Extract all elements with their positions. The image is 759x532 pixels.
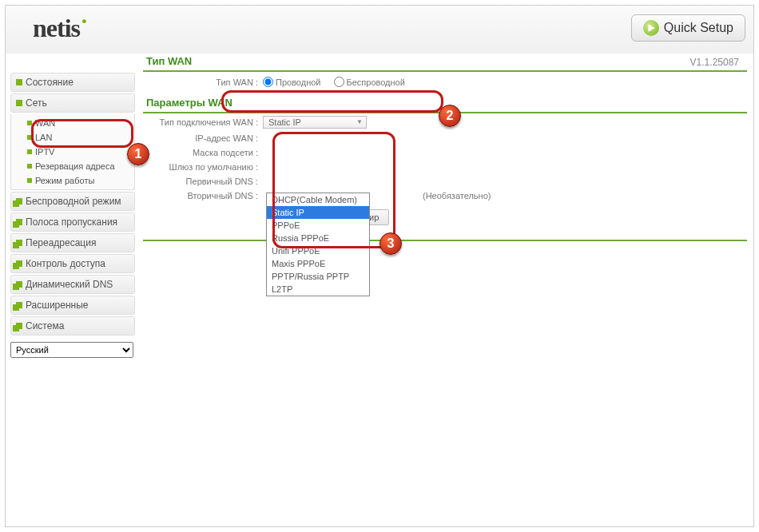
annotation-badge-3: 3: [380, 232, 402, 255]
radio-wireless[interactable]: Беспроводной: [334, 77, 405, 87]
logo: netis˙: [14, 14, 88, 43]
gateway-label: Шлюз по умолчанию :: [143, 162, 263, 172]
sidebar: Состояние Сеть WAN LAN IPTV Резервация а…: [6, 50, 140, 526]
dropdown-item[interactable]: PPTP/Russia PPTP: [267, 270, 369, 283]
sidebar-child-reservation[interactable]: Резервация адреса: [11, 159, 134, 173]
dropdown-item[interactable]: Maxis PPPoE: [267, 257, 369, 270]
conn-type-dropdown[interactable]: DHCP(Cable Modem)Static IPPPPoERussia PP…: [266, 193, 370, 296]
sidebar-item-forwarding[interactable]: Переадресация: [10, 233, 135, 252]
sidebar-item-status[interactable]: Состояние: [10, 73, 135, 92]
sidebar-item-bandwidth[interactable]: Полоса пропускания: [10, 212, 135, 232]
dropdown-item[interactable]: Static IP: [267, 206, 369, 219]
dropdown-item[interactable]: L2TP: [267, 283, 369, 296]
sidebar-child-mode[interactable]: Режим работы: [11, 173, 134, 188]
radio-wired[interactable]: Проводной: [263, 77, 321, 87]
mask-label: Маска подсети :: [143, 148, 263, 157]
sidebar-item-advanced[interactable]: Расширенные: [10, 296, 135, 315]
annotation-badge-2: 2: [439, 105, 461, 127]
conn-type-select[interactable]: Static IP: [263, 116, 367, 129]
language-select[interactable]: Русский: [10, 342, 133, 358]
sidebar-child-lan[interactable]: LAN: [11, 130, 134, 145]
version-text: V1.1.25087: [690, 57, 739, 68]
sidebar-item-access[interactable]: Контроль доступа: [10, 254, 135, 273]
sidebar-item-ddns[interactable]: Динамический DNS: [10, 275, 135, 294]
dropdown-item[interactable]: Russia PPPoE: [267, 232, 369, 244]
dropdown-item[interactable]: Unifi PPPoE: [267, 244, 369, 257]
annotation-badge-1: 1: [127, 143, 149, 165]
wan-type-label: Тип WAN :: [143, 77, 263, 87]
conn-type-label: Тип подключения WAN :: [143, 117, 263, 127]
header: netis˙ Quick Setup: [6, 6, 753, 50]
sidebar-item-wireless[interactable]: Беспроводной режим: [10, 192, 135, 211]
dropdown-item[interactable]: PPPoE: [267, 219, 369, 232]
quick-setup-label: Quick Setup: [664, 21, 733, 35]
sidebar-child-wan[interactable]: WAN: [11, 116, 134, 130]
sidebar-item-network[interactable]: Сеть: [10, 93, 135, 113]
dropdown-item[interactable]: DHCP(Cable Modem): [267, 193, 369, 206]
sidebar-item-system[interactable]: Система: [10, 316, 135, 335]
radio-wired-input[interactable]: [263, 77, 273, 87]
dns2-label: Вторичный DNS :: [143, 191, 263, 200]
sidebar-children-network: WAN LAN IPTV Резервация адреса Режим раб…: [10, 114, 135, 190]
sidebar-child-iptv[interactable]: IPTV: [11, 145, 134, 159]
dns1-label: Первичный DNS :: [143, 177, 263, 186]
section-title-wan-type: Тип WAN: [143, 50, 747, 72]
radio-wireless-input[interactable]: [334, 77, 344, 87]
play-icon: [643, 20, 659, 36]
quick-setup-button[interactable]: Quick Setup: [631, 14, 745, 42]
ip-label: IP-адрес WAN :: [143, 133, 263, 143]
